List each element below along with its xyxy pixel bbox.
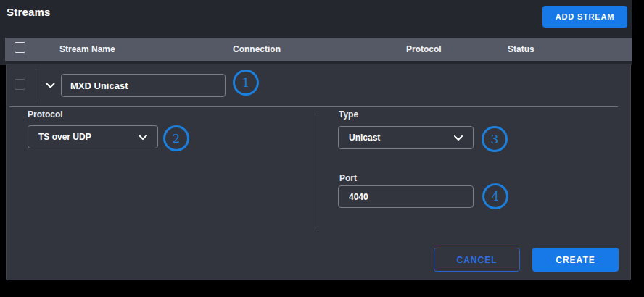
cancel-button[interactable]: CANCEL <box>434 248 520 272</box>
protocol-select[interactable]: TS over UDP <box>28 125 158 148</box>
step-badge-1: 1 <box>233 70 259 96</box>
column-header-protocol: Protocol <box>406 44 442 54</box>
chevron-down-icon <box>139 130 147 143</box>
step-badge-2: 2 <box>163 125 189 151</box>
type-selected-value: Unicast <box>349 133 380 143</box>
type-label: Type <box>339 109 358 120</box>
column-divider <box>318 113 318 231</box>
add-stream-button[interactable]: ADD STREAM <box>542 6 627 28</box>
chevron-down-icon <box>454 131 463 144</box>
stream-editor-panel: 1 Protocol TS over UDP 2 Type Unicast 3 … <box>6 64 631 280</box>
collapse-row-button[interactable] <box>41 78 59 93</box>
page-header: Streams ADD STREAM Stream Name Connectio… <box>0 0 632 65</box>
create-button[interactable]: CREATE <box>532 248 619 272</box>
protocol-selected-value: TS over UDP <box>38 132 91 142</box>
step-badge-3: 3 <box>482 126 508 152</box>
page-title: Streams <box>7 6 51 18</box>
row-divider <box>36 69 36 102</box>
table-header-row: Stream Name Connection Protocol Status <box>5 38 632 61</box>
type-select[interactable]: Unicast <box>338 126 474 149</box>
column-header-connection: Connection <box>233 44 281 54</box>
column-header-status: Status <box>508 44 534 54</box>
select-all-checkbox[interactable] <box>15 42 25 53</box>
column-header-stream-name: Stream Name <box>59 44 115 54</box>
stream-name-input[interactable] <box>61 74 226 97</box>
protocol-label: Protocol <box>28 109 63 120</box>
step-badge-4: 4 <box>482 183 508 209</box>
section-divider <box>9 106 618 107</box>
chevron-down-icon <box>46 80 55 91</box>
streams-page: Streams ADD STREAM Stream Name Connectio… <box>0 0 644 297</box>
row-checkbox[interactable] <box>15 79 25 90</box>
port-label: Port <box>339 173 357 183</box>
port-input[interactable] <box>338 185 474 208</box>
